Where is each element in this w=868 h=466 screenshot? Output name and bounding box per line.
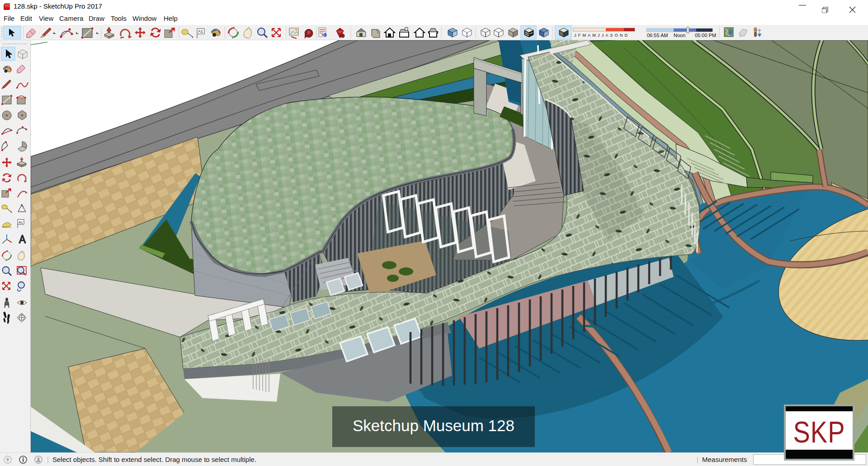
svg-text:A1: A1 xyxy=(198,29,203,33)
svg-text:Noon: Noon xyxy=(674,33,685,38)
svg-text:A1: A1 xyxy=(19,220,23,224)
svg-text:05:00 PM: 05:00 PM xyxy=(695,33,716,38)
svg-text:JFMAMJJASOND: JFMAMJJASOND xyxy=(574,33,629,38)
svg-text:06:55 AM: 06:55 AM xyxy=(647,33,668,38)
